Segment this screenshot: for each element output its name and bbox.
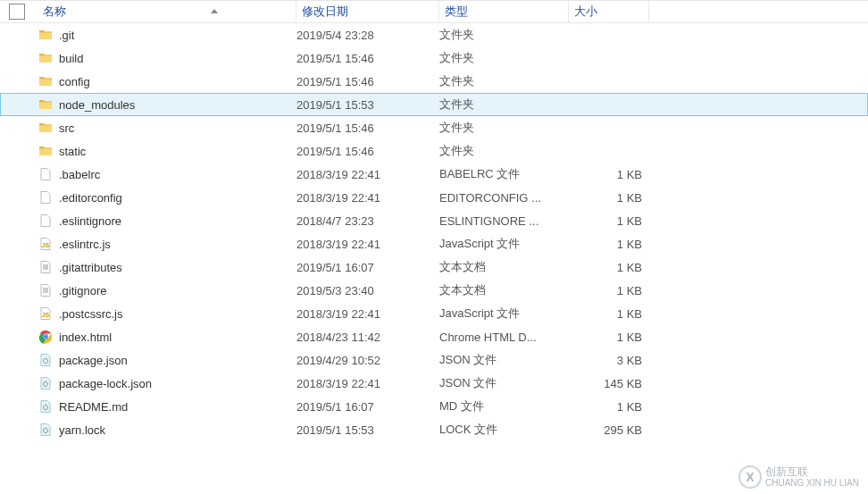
cfg-icon [38,422,54,438]
cfg-icon [38,352,54,368]
file-name: .postcssrc.js [59,307,296,321]
file-size: 3 KB [569,354,649,367]
file-name: package-lock.json [59,377,296,390]
svg-text:JS: JS [42,312,50,318]
cfg-icon [38,375,54,391]
file-size: 1 KB [569,261,649,274]
file-size: 1 KB [569,238,649,251]
file-name: index.html [59,331,296,344]
file-date: 2019/5/3 23:40 [296,284,439,297]
file-date: 2019/5/1 15:53 [296,423,439,437]
file-row[interactable]: JS.postcssrc.js2018/3/19 22:41JavaScript… [0,302,868,325]
file-row[interactable]: node_modules2019/5/1 15:53文件夹 [0,93,868,116]
svg-point-6 [44,335,47,339]
file-date: 2018/4/7 23:23 [296,214,439,228]
file-name: config [59,75,296,88]
file-type: EDITORCONFIG ... [439,191,569,205]
folder-icon [38,27,54,43]
file-row[interactable]: index.html2018/4/23 11:42Chrome HTML D..… [0,325,868,348]
cfg-icon [38,398,54,414]
column-header-name[interactable]: 名称 [38,0,296,23]
file-size: 1 KB [569,400,649,414]
file-date: 2019/5/1 15:46 [296,145,439,158]
file-row[interactable]: src2019/5/1 15:46文件夹 [0,116,868,139]
file-name: yarn.lock [59,423,296,437]
file-row[interactable]: .babelrc2018/3/19 22:41BABELRC 文件1 KB [0,163,868,186]
file-name: .gitattributes [59,261,296,274]
file-row[interactable]: config2019/5/1 15:46文件夹 [0,70,868,93]
js-icon: JS [38,236,54,252]
file-date: 2019/5/1 15:46 [296,75,439,88]
file-date: 2019/5/1 15:46 [296,121,439,135]
file-list: .git2019/5/4 23:28文件夹build2019/5/1 15:46… [0,23,868,441]
file-type: JSON 文件 [439,352,569,368]
file-date: 2018/3/19 22:41 [296,377,439,390]
file-row[interactable]: .gitignore2019/5/3 23:40文本文档1 KB [0,279,868,302]
file-size: 1 KB [569,307,649,321]
file-row[interactable]: build2019/5/1 15:46文件夹 [0,46,868,70]
file-type: 文件夹 [439,96,569,113]
file-size: 295 KB [569,423,649,437]
file-type: MD 文件 [439,398,569,414]
file-date: 2018/4/23 11:42 [296,331,439,344]
file-size: 1 KB [569,331,649,344]
column-header-row: 名称 修改日期 类型 大小 [0,0,868,23]
file-date: 2019/5/4 23:28 [296,29,439,42]
file-size: 1 KB [569,284,649,297]
file-name: .gitignore [59,284,296,297]
column-header-date[interactable]: 修改日期 [296,0,439,23]
folder-icon [38,73,54,89]
file-size: 1 KB [569,191,649,205]
folder-icon [38,50,54,66]
file-date: 2018/3/19 22:41 [296,191,439,205]
file-row[interactable]: .gitattributes2019/5/1 16:07文本文档1 KB [0,255,868,279]
file-date: 2018/3/19 22:41 [296,307,439,321]
file-type: 文件夹 [439,143,569,159]
file-row[interactable]: package.json2019/4/29 10:52JSON 文件3 KB [0,348,868,372]
file-date: 2019/4/29 10:52 [296,354,439,367]
file-type: JSON 文件 [439,375,569,391]
file-row[interactable]: README.md2019/5/1 16:07MD 文件1 KB [0,395,868,418]
file-name: .git [59,29,296,42]
file-row[interactable]: .eslintignore2018/4/7 23:23ESLINTIGNORE … [0,209,868,232]
txt-icon [38,282,54,298]
file-date: 2019/5/1 15:53 [296,98,439,112]
file-row[interactable]: static2019/5/1 15:46文件夹 [0,139,868,163]
file-name: node_modules [59,98,296,112]
file-size: 145 KB [569,377,649,390]
js-icon: JS [38,306,54,322]
file-name: README.md [59,400,296,414]
file-row[interactable]: .editorconfig2018/3/19 22:41EDITORCONFIG… [0,186,868,209]
file-type: BABELRC 文件 [439,166,569,182]
column-header-type[interactable]: 类型 [439,0,569,23]
file-row[interactable]: package-lock.json2018/3/19 22:41JSON 文件1… [0,372,868,395]
file-type: 文本文档 [439,259,569,275]
file-row[interactable]: yarn.lock2019/5/1 15:53LOCK 文件295 KB [0,418,868,441]
file-name: src [59,121,296,135]
file-row[interactable]: .git2019/5/4 23:28文件夹 [0,23,868,46]
file-icon [38,189,54,205]
chrome-icon [38,329,54,345]
column-header-size[interactable]: 大小 [569,0,649,23]
file-date: 2019/5/1 16:07 [296,400,439,414]
file-type: Chrome HTML D... [439,331,569,344]
file-type: 文件夹 [439,120,569,136]
file-icon [38,166,54,182]
file-name: .eslintignore [59,214,296,228]
file-size: 1 KB [569,214,649,228]
file-type: ESLINTIGNORE ... [439,214,569,228]
file-type: JavaScript 文件 [439,236,569,252]
file-name: .editorconfig [59,191,296,205]
file-date: 2019/5/1 15:46 [296,52,439,65]
file-icon [38,213,54,229]
select-all-checkbox[interactable] [9,4,25,20]
file-type: LOCK 文件 [439,422,569,438]
folder-icon [38,96,54,113]
svg-text:JS: JS [42,242,50,248]
file-row[interactable]: JS.eslintrc.js2018/3/19 22:41JavaScript … [0,232,868,255]
file-type: 文件夹 [439,73,569,89]
file-name: .babelrc [59,168,296,181]
file-type: 文本文档 [439,282,569,298]
file-type: 文件夹 [439,50,569,66]
file-name: static [59,145,296,158]
